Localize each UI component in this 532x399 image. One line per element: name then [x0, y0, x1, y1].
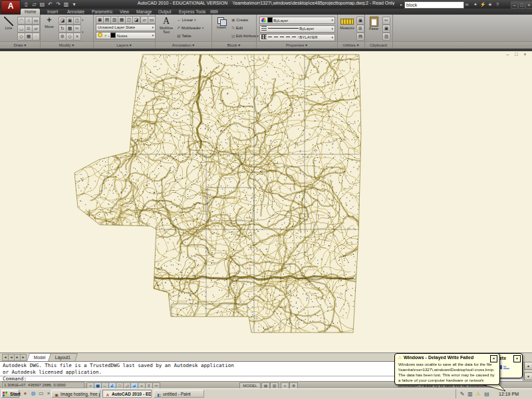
qat-save-icon[interactable]: ▤: [39, 1, 46, 8]
window-minimize-button[interactable]: –: [511, 1, 518, 9]
task-autocad[interactable]: AAutoCAD 2010 - EDUC...: [102, 390, 152, 398]
task-image-hosting[interactable]: ▣Image hosting, free phot...: [51, 390, 100, 398]
qat-new-icon[interactable]: ▯: [23, 1, 30, 8]
modify-trim-icon[interactable]: ✂: [73, 25, 81, 33]
draw-polygon-icon[interactable]: ▱: [32, 25, 40, 33]
match-properties-icon[interactable]: ▥: [382, 33, 390, 41]
tray-display-icon[interactable]: ▥: [467, 391, 473, 398]
qat-menu-arrow-icon[interactable]: ▾: [70, 1, 78, 8]
modify-flyout-arrow2-icon[interactable]: ▾: [82, 29, 84, 35]
window-restore-button[interactable]: □: [518, 1, 525, 9]
multileader-button[interactable]: ↗ Multileader ▾: [177, 25, 203, 31]
qat-plot-icon[interactable]: ▥: [63, 1, 70, 8]
paste-button[interactable]: Paste: [366, 16, 381, 40]
create-block-button[interactable]: ▣ Create: [231, 17, 248, 23]
draw-rectangle-icon[interactable]: ▭: [32, 17, 40, 25]
linetype-icon: [261, 35, 267, 39]
cut-icon[interactable]: ✂: [382, 17, 390, 25]
qat-open-icon[interactable]: ▱: [31, 1, 38, 8]
tab-view[interactable]: View: [116, 9, 133, 15]
line-button[interactable]: Line: [1, 16, 16, 40]
application-menu-button[interactable]: A: [1, 0, 21, 14]
edit-block-button[interactable]: ✎ Edit: [231, 25, 243, 31]
task-paint[interactable]: ◧untitled - Paint: [154, 390, 204, 398]
qat-redo-icon[interactable]: ↷: [55, 1, 62, 8]
document-restore-button[interactable]: □: [513, 52, 520, 57]
layer-thaw-sun-icon[interactable]: ☀: [104, 34, 107, 38]
lineweight-value: ByLayer: [299, 27, 314, 31]
lineweight-sample: [268, 28, 299, 29]
chevron-down-icon: ▾: [202, 26, 204, 30]
utilities-panel-label[interactable]: Utilities ▾: [337, 42, 364, 49]
task-label: AutoCAD 2010 - EDUC...: [112, 392, 152, 396]
workspace-icon[interactable]: [210, 10, 218, 13]
tab-home[interactable]: Home: [21, 9, 40, 15]
topo-map-canvas[interactable]: [0, 51, 532, 352]
command-scrollbar[interactable]: ▲ ▼: [523, 361, 532, 381]
table-button[interactable]: ▦ Table: [177, 33, 192, 39]
layer-dropdown[interactable]: ☀ ▪ Notes ▾: [96, 32, 156, 39]
window-close-button[interactable]: ×: [525, 1, 532, 9]
balloon-back-link[interactable]: w...: [503, 364, 509, 368]
modify-mirror-icon[interactable]: ◫: [73, 17, 81, 25]
scroll-up-icon[interactable]: ▲: [524, 362, 532, 370]
qat-undo-icon[interactable]: ↶: [47, 1, 54, 8]
layer-color-swatch[interactable]: [110, 33, 116, 38]
search-topics-arrow-icon[interactable]: ▸: [400, 2, 402, 7]
quick-calc-icon[interactable]: ⊞: [356, 25, 364, 33]
quick-select-icon[interactable]: ▣: [356, 17, 364, 25]
insert-block-button[interactable]: Insert: [214, 16, 229, 40]
linetype-dropdown[interactable]: BYLAYER ▾: [259, 34, 335, 41]
tab-annotate[interactable]: Annotate: [63, 9, 88, 15]
modify-flyout-arrow-icon[interactable]: ▾: [82, 17, 84, 23]
lineweight-dropdown[interactable]: ByLayer ▾: [259, 25, 335, 33]
favorites-star-icon[interactable]: ★: [487, 1, 493, 7]
communication-center-icon[interactable]: ⚡: [479, 1, 486, 7]
search-icon[interactable]: ∞: [464, 1, 470, 7]
object-color-swatch: [267, 17, 273, 23]
scroll-down-icon[interactable]: ▼: [524, 372, 532, 380]
subscription-center-icon[interactable]: ✦: [472, 1, 479, 7]
draw-panel-label[interactable]: Draw ▾: [0, 42, 40, 49]
quick-launch-icon[interactable]: ●: [22, 390, 29, 397]
tab-nav-last-icon[interactable]: ►: [20, 354, 27, 361]
copy-clip-icon[interactable]: ▣: [382, 25, 390, 33]
layers-panel-label[interactable]: Layers ▾: [93, 42, 155, 49]
linear-dimension-button[interactable]: ↔ Linear ▾: [177, 17, 196, 23]
show-desktop-icon[interactable]: ▭: [38, 390, 45, 397]
tab-manage[interactable]: Manage: [132, 9, 156, 15]
tab-parametric[interactable]: Parametric: [88, 9, 116, 15]
move-button[interactable]: + Move: [42, 16, 57, 40]
modify-panel-label[interactable]: Modify ▾: [40, 42, 93, 49]
coordinates-readout[interactable]: 1.3081E+07, 436597.2686, 0.0000: [2, 382, 84, 388]
annotation-panel-label[interactable]: Annotation ▾: [155, 42, 211, 49]
id-point-icon[interactable]: ▤: [356, 33, 364, 41]
block-panel-label[interactable]: Block ▾: [211, 42, 256, 49]
tray-warning-icon[interactable]: ⚠: [475, 391, 481, 398]
tab-express-tools[interactable]: Express Tools: [175, 9, 209, 15]
tray-printer-icon[interactable]: ▤: [483, 391, 490, 398]
infocenter-search-input[interactable]: [404, 1, 464, 9]
help-icon[interactable]: ?: [494, 1, 501, 7]
document-minimize-button[interactable]: –: [504, 52, 511, 57]
table-icon: ▦: [177, 34, 181, 38]
object-color-dropdown[interactable]: ByLayer ▾: [259, 17, 335, 24]
layer-on-bulb-icon[interactable]: [98, 33, 102, 37]
layer-lock-icon[interactable]: ▪: [108, 34, 110, 38]
measure-button[interactable]: Measure: [340, 16, 354, 40]
tray-pencil-icon[interactable]: ✎: [459, 391, 466, 398]
layer-tool-icon[interactable]: ◪: [132, 16, 140, 24]
paint-task-icon: ◧: [156, 392, 162, 398]
document-close-button[interactable]: ×: [521, 52, 529, 57]
draw-point-icon[interactable]: ·: [32, 33, 40, 41]
properties-panel-label[interactable]: Properties ▾: [256, 42, 337, 49]
tab-insert[interactable]: Insert: [43, 9, 62, 15]
quick-launch-ie-icon[interactable]: ◍: [30, 390, 37, 397]
balloon-back-close-icon[interactable]: ×: [513, 355, 521, 362]
tab-output[interactable]: Output: [154, 9, 176, 15]
multiline-text-button[interactable]: A Multiline Text: [158, 16, 175, 40]
layer-state-dropdown[interactable]: Unsaved Layer State ▾: [96, 24, 156, 31]
modify-explode-icon[interactable]: ×: [73, 33, 81, 41]
edit-attributes-button[interactable]: ▤ Edit Attributes ▾: [231, 33, 261, 39]
drawing-area[interactable]: – □ ×: [0, 51, 532, 352]
